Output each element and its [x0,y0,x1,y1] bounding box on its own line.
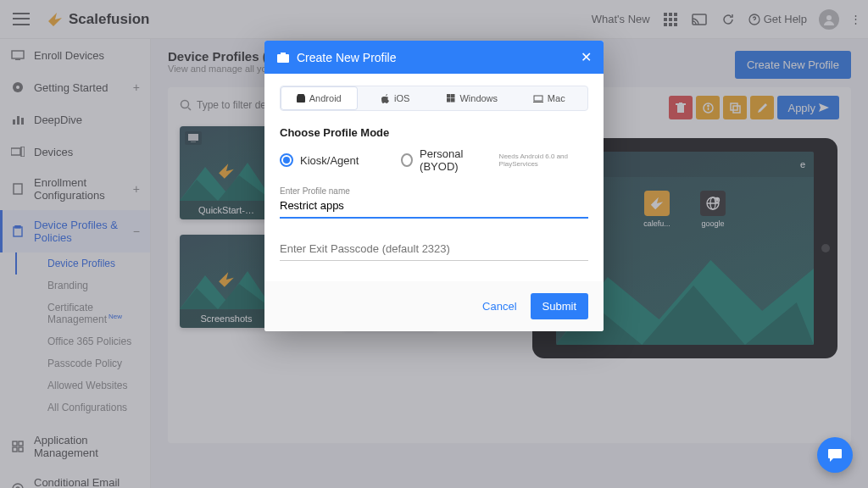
modal-header: Create New Profile ✕ [264,41,604,74]
modal-overlay[interactable]: Create New Profile ✕ Android iOS Windows… [0,0,868,488]
os-tabs: Android iOS Windows Mac [280,86,588,111]
radio-off-icon [401,153,413,167]
mac-icon [533,95,543,103]
svg-rect-72 [281,53,286,54]
os-tab-windows[interactable]: Windows [434,86,511,110]
close-icon[interactable]: ✕ [581,49,592,65]
os-tab-android[interactable]: Android [281,86,358,110]
android-icon [297,94,305,103]
svg-rect-76 [451,94,455,98]
os-tab-mac[interactable]: Mac [511,86,588,110]
radio-on-icon [280,153,293,167]
exit-passcode-input[interactable] [280,237,588,261]
cancel-button[interactable]: Cancel [482,300,516,313]
svg-rect-75 [447,94,451,98]
create-profile-modal: Create New Profile ✕ Android iOS Windows… [264,41,604,331]
chat-fab[interactable] [817,437,853,473]
profile-mode-radios: Kiosk/Agent Personal (BYOD)Needs Android… [280,147,588,173]
briefcase-icon [276,52,290,64]
profile-name-input[interactable] [280,196,588,219]
byod-hint: Needs Android 6.0 and PlayServices [499,152,588,168]
section-title: Choose Profile Mode [280,126,588,139]
modal-footer: Cancel Submit [264,281,604,331]
submit-button[interactable]: Submit [531,293,588,319]
modal-title: Create New Profile [297,51,397,64]
apple-icon [381,94,390,103]
svg-rect-79 [534,96,542,101]
profile-name-label: Enter Profile name [280,186,588,196]
radio-kiosk[interactable]: Kiosk/Agent [280,153,359,167]
svg-rect-78 [451,98,455,103]
svg-rect-77 [447,98,451,103]
os-tab-ios[interactable]: iOS [358,86,435,110]
svg-rect-71 [277,54,289,63]
chat-icon [826,446,843,463]
radio-byod[interactable]: Personal (BYOD)Needs Android 6.0 and Pla… [401,147,588,173]
windows-icon [447,94,455,103]
